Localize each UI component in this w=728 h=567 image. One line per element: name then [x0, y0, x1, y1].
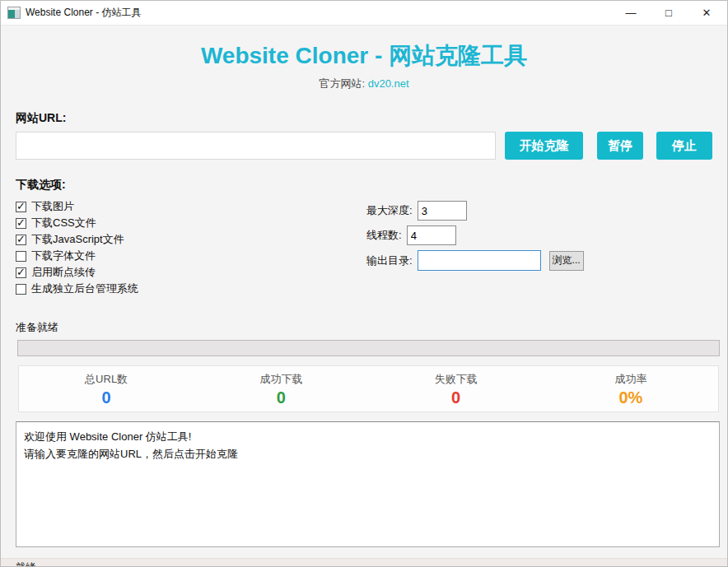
minimize-button[interactable]: — [612, 1, 650, 25]
main-content: Website Cloner - 网站克隆工具 官方网站: dv20.net 网… [1, 42, 727, 567]
checkbox-label: 下载图片 [31, 199, 74, 214]
checkbox-box-icon[interactable] [16, 267, 26, 278]
checkbox-box-icon[interactable] [16, 235, 26, 245]
maximize-button[interactable]: □ [650, 1, 688, 25]
stat-failed-downloads: 失败下载 0 [369, 372, 544, 407]
stat-total-urls: 总URL数 0 [19, 372, 194, 407]
checkbox-box-icon[interactable] [16, 284, 26, 295]
stats-panel: 总URL数 0 成功下载 0 失败下载 0 成功率 0% [18, 365, 719, 412]
checkbox-label: 生成独立后台管理系统 [31, 281, 138, 296]
stat-value: 0 [194, 388, 368, 407]
threads-input[interactable] [407, 225, 456, 245]
max-depth-row: 最大深度: [366, 201, 712, 221]
app-window: Website Cloner - 仿站工具 — □ ✕ Website Clon… [0, 0, 728, 567]
window-title: Website Cloner - 仿站工具 [26, 6, 141, 20]
output-dir-label: 输出目录: [366, 253, 413, 268]
stat-value: 0 [19, 388, 194, 407]
checkbox-box-icon[interactable] [16, 251, 26, 262]
stat-value: 0% [544, 388, 718, 407]
url-input[interactable] [16, 132, 496, 160]
official-site-line: 官方网站: dv20.net [16, 77, 712, 91]
stop-button[interactable]: 停止 [656, 132, 712, 160]
checkbox-download-js[interactable]: 下载JavaScript文件 [16, 234, 366, 245]
pause-button[interactable]: 暂停 [597, 132, 643, 160]
checkbox-column: 下载图片 下载CSS文件 下载JavaScript文件 下载字体文件 启用断点续… [16, 201, 366, 300]
checkbox-resume-support[interactable]: 启用断点续传 [16, 267, 366, 278]
app-icon [7, 7, 21, 19]
stat-success-rate: 成功率 0% [544, 372, 718, 407]
checkbox-label: 下载字体文件 [31, 249, 96, 263]
page-title: Website Cloner - 网站克隆工具 [16, 42, 712, 70]
checkbox-download-css[interactable]: 下载CSS文件 [16, 217, 366, 229]
checkbox-download-fonts[interactable]: 下载字体文件 [16, 250, 366, 262]
checkbox-label: 下载CSS文件 [31, 216, 96, 230]
threads-row: 线程数: [366, 225, 712, 245]
statusbar-text: 就绪 [16, 560, 35, 567]
max-depth-input[interactable] [418, 201, 467, 221]
checkbox-download-images[interactable]: 下载图片 [16, 201, 366, 212]
download-options-label: 下载选项: [16, 178, 712, 193]
browse-button[interactable]: 浏览... [549, 251, 584, 271]
stat-label: 成功率 [544, 372, 718, 387]
threads-label: 线程数: [366, 228, 402, 243]
log-line: 欢迎使用 Website Cloner 仿站工具! [24, 428, 712, 445]
log-line: 请输入要克隆的网站URL，然后点击开始克隆 [24, 445, 712, 462]
official-site-link[interactable]: dv20.net [368, 77, 409, 90]
log-output[interactable]: 欢迎使用 Website Cloner 仿站工具! 请输入要克隆的网站URL，然… [16, 421, 720, 547]
checkbox-box-icon[interactable] [16, 218, 26, 229]
url-row: 开始克隆 暂停 停止 [16, 132, 712, 160]
checkbox-generate-admin[interactable]: 生成独立后台管理系统 [16, 283, 366, 295]
stat-value: 0 [369, 388, 544, 407]
checkbox-label: 启用断点续传 [31, 265, 96, 280]
url-label: 网站URL: [16, 111, 712, 126]
settings-column: 最大深度: 线程数: 输出目录: 浏览... [366, 201, 712, 300]
options-area: 下载图片 下载CSS文件 下载JavaScript文件 下载字体文件 启用断点续… [16, 201, 712, 300]
stat-label: 成功下载 [194, 372, 368, 387]
checkbox-label: 下载JavaScript文件 [31, 232, 124, 247]
stat-label: 总URL数 [19, 372, 194, 387]
close-button[interactable]: ✕ [688, 1, 726, 25]
progress-status-text: 准备就绪 [16, 320, 712, 335]
stat-success-downloads: 成功下载 0 [194, 372, 368, 407]
official-site-label: 官方网站: [319, 77, 367, 90]
checkbox-box-icon[interactable] [16, 202, 26, 212]
stat-label: 失败下载 [369, 372, 544, 387]
max-depth-label: 最大深度: [366, 203, 413, 218]
output-dir-input[interactable] [418, 250, 541, 271]
output-dir-row: 输出目录: 浏览... [366, 250, 712, 271]
statusbar: 就绪 [1, 558, 727, 567]
titlebar: Website Cloner - 仿站工具 — □ ✕ [1, 1, 727, 26]
start-clone-button[interactable]: 开始克隆 [505, 132, 583, 160]
progress-bar [17, 340, 720, 356]
